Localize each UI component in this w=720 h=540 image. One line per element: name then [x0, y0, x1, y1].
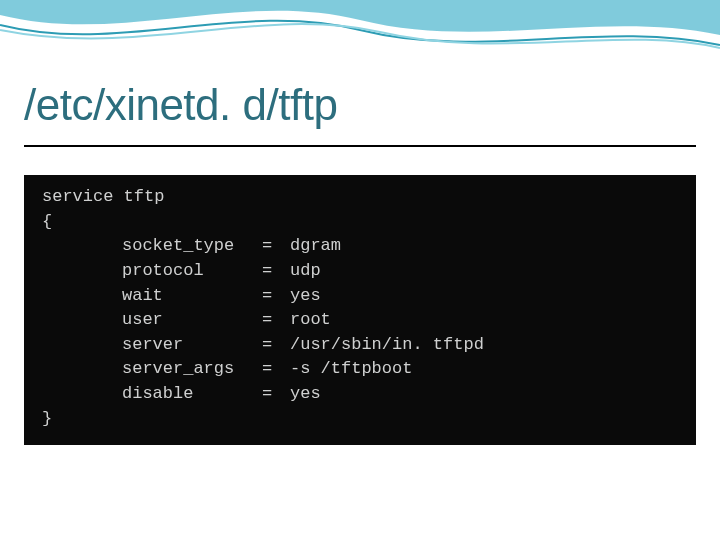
code-service-line: service tftp — [42, 185, 678, 210]
code-eq: = — [262, 308, 290, 333]
code-open-brace: { — [42, 210, 678, 235]
title-underline — [24, 145, 696, 147]
code-key: disable — [122, 382, 262, 407]
code-key: wait — [122, 284, 262, 309]
code-key: server_args — [122, 357, 262, 382]
code-key: socket_type — [122, 234, 262, 259]
code-entry: user=root — [42, 308, 678, 333]
code-eq: = — [262, 259, 290, 284]
code-value: -s /tftpboot — [290, 359, 412, 378]
code-value: /usr/sbin/in. tftpd — [290, 335, 484, 354]
code-entry: wait=yes — [42, 284, 678, 309]
code-key: user — [122, 308, 262, 333]
code-key: server — [122, 333, 262, 358]
code-entry: disable=yes — [42, 382, 678, 407]
config-code-block: service tftp { socket_type=dgram protoco… — [24, 175, 696, 445]
code-value: udp — [290, 261, 321, 280]
code-eq: = — [262, 382, 290, 407]
code-entry: protocol=udp — [42, 259, 678, 284]
code-close-brace: } — [42, 407, 678, 432]
code-value: yes — [290, 384, 321, 403]
page-title: /etc/xinetd. d/tftp — [24, 80, 337, 130]
code-eq: = — [262, 234, 290, 259]
code-entry: server_args=-s /tftpboot — [42, 357, 678, 382]
code-eq: = — [262, 284, 290, 309]
code-value: dgram — [290, 236, 341, 255]
code-entry: server=/usr/sbin/in. tftpd — [42, 333, 678, 358]
decorative-wave — [0, 0, 720, 60]
code-value: yes — [290, 286, 321, 305]
code-key: protocol — [122, 259, 262, 284]
code-entry: socket_type=dgram — [42, 234, 678, 259]
code-eq: = — [262, 357, 290, 382]
code-eq: = — [262, 333, 290, 358]
code-value: root — [290, 310, 331, 329]
